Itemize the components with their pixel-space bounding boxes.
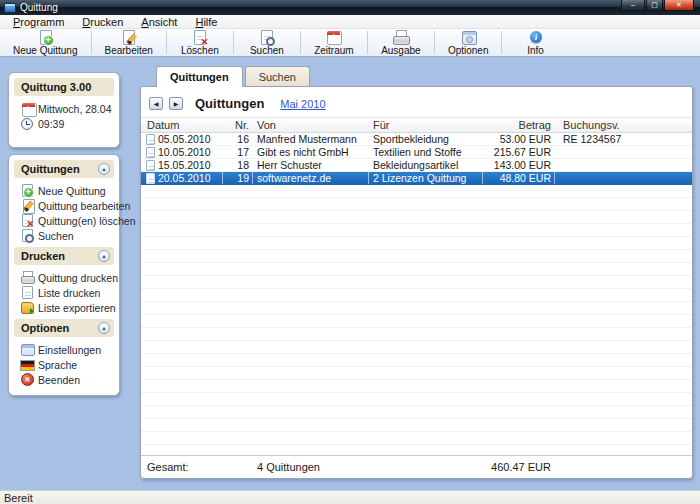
sidebar-item-label: Quittung drucken [38, 272, 118, 284]
column-header-datum[interactable]: Datum [141, 119, 223, 131]
menu-hilfe[interactable]: Hilfe [186, 16, 226, 28]
column-header-betrag[interactable]: Betrag [483, 119, 555, 131]
toolbar-search-button[interactable]: Suchen [234, 29, 300, 56]
sidebar-item-label: Quittung(en) löschen [38, 215, 135, 227]
app-receipt-icon [4, 3, 16, 13]
calendar-icon [325, 30, 342, 45]
toolbar-edit-button[interactable]: Bearbeiten [92, 29, 166, 56]
toolbar-label: Ausgabe [381, 45, 420, 56]
footer-count: 4 Quittungen [253, 461, 369, 473]
cell-datum: 20.05.2010 [158, 172, 211, 184]
sidebar-item-beenden[interactable]: Beenden [14, 372, 114, 387]
cell-nr: 17 [223, 146, 253, 158]
status-text: Bereit [4, 492, 33, 504]
page-title: Quittungen [195, 96, 264, 111]
document-search-icon [20, 229, 34, 242]
sidebar-item-quittungen-loeschen[interactable]: Quittung(en) löschen [14, 213, 114, 228]
close-button[interactable]: ✕ [664, 0, 694, 11]
sidebar-info-panel: Quittung 3.00 Mittwoch, 28.04 09:39 [8, 72, 120, 148]
toolbar-period-button[interactable]: Zeitraum [301, 29, 367, 56]
tab-suchen[interactable]: Suchen [245, 66, 310, 86]
toolbar-new-receipt-button[interactable]: Neue Quittung [0, 29, 91, 56]
next-month-button[interactable]: ▶ [169, 97, 183, 110]
collapse-arrow-icon[interactable]: ▲ [98, 163, 110, 175]
cell-datum: 15.05.2010 [158, 159, 211, 171]
cell-von: Gibt es nicht GmbH [253, 146, 369, 158]
cell-fuer: Sportbekleidung [369, 133, 483, 145]
sidebar-item-sprache[interactable]: Sprache [14, 357, 114, 372]
menu-ansicht[interactable]: Ansicht [132, 16, 186, 28]
sidebar-item-neue-quittung[interactable]: Neue Quittung [14, 183, 114, 198]
cell-datum: 05.05.2010 [158, 133, 211, 145]
sidebar-item-quittung-bearbeiten[interactable]: Quittung bearbeiten [14, 198, 114, 213]
toolbar-label: Bearbeiten [105, 45, 153, 56]
previous-month-button[interactable]: ◀ [149, 97, 163, 110]
collapse-arrow-icon[interactable]: ▲ [98, 322, 110, 334]
period-link[interactable]: Mai 2010 [280, 98, 325, 110]
tab-quittungen[interactable]: Quittungen [156, 66, 243, 87]
toolbar-delete-button[interactable]: Löschen [167, 29, 233, 56]
cell-nr: 18 [223, 159, 253, 171]
maximize-button[interactable]: ▢ [646, 0, 663, 11]
cell-fuer: Textilien und Stoffe [369, 146, 483, 158]
calendar-icon [20, 102, 34, 115]
cell-betrag: 53.00 EUR [483, 133, 555, 145]
cell-datum: 10.05.2010 [158, 146, 211, 158]
toolbar-label: Optionen [448, 45, 489, 56]
sidebar-item-liste-drucken[interactable]: Liste drucken [14, 285, 114, 300]
table-footer: Gesamt: 4 Quittungen 460.47 EUR [141, 456, 692, 478]
panel-header: ◀ ▶ Quittungen Mai 2010 [141, 87, 692, 117]
printer-icon [20, 271, 34, 284]
window-controls: – ▢ ✕ [620, 0, 694, 11]
info-icon [527, 30, 544, 45]
menu-drucken[interactable]: Drucken [73, 16, 132, 28]
footer-total-amount: 460.47 EUR [483, 461, 555, 473]
column-header-von[interactable]: Von [253, 119, 369, 131]
toolbar-label: Zeitraum [314, 45, 353, 56]
options-window-icon [460, 30, 477, 45]
statusbar: Bereit [0, 490, 700, 504]
sidebar-item-liste-exportieren[interactable]: Liste exportieren [14, 300, 114, 315]
settings-icon [20, 343, 34, 356]
column-header-nr[interactable]: Nr. [223, 119, 253, 131]
content-area: Quittung 3.00 Mittwoch, 28.04 09:39 Quit… [0, 57, 700, 490]
table-row[interactable]: 15.05.2010 18 Herr Schuster Bekleidungsa… [141, 159, 692, 172]
table-row[interactable]: 10.05.2010 17 Gibt es nicht GmbH Textili… [141, 146, 692, 159]
minimize-button[interactable]: – [621, 0, 645, 11]
clock-icon [20, 117, 34, 130]
edit-pencil-icon [20, 199, 34, 212]
menu-programm[interactable]: Programm [4, 16, 73, 28]
sidebar-item-label: Liste exportieren [38, 302, 116, 314]
toolbar-output-button[interactable]: Ausgabe [368, 29, 434, 56]
column-header-fuer[interactable]: Für [369, 119, 483, 131]
sidebar-item-suchen[interactable]: Suchen [14, 228, 114, 243]
table-row-selected[interactable]: 20.05.2010 19 softwarenetz.de 2 Lizenzen… [141, 172, 692, 185]
edit-pencil-icon [120, 30, 137, 45]
current-time: 09:39 [14, 116, 114, 131]
window-title: Quittung [20, 2, 58, 13]
toolbar-options-button[interactable]: Optionen [435, 29, 502, 56]
sidebar-item-einstellungen[interactable]: Einstellungen [14, 342, 114, 357]
column-header-buchungsv[interactable]: Buchungsv. [555, 119, 692, 131]
sidebar-item-label: Beenden [38, 374, 80, 386]
section-title: Optionen [21, 322, 69, 334]
document-new-icon [37, 30, 54, 45]
collapse-arrow-icon[interactable]: ▲ [98, 250, 110, 262]
cell-fuer: 2 Lizenzen Quittung [369, 172, 483, 184]
receipt-doc-icon [146, 134, 155, 145]
cell-betrag: 48.80 EUR [483, 172, 555, 184]
document-search-icon [258, 30, 275, 45]
sidebar-item-quittung-drucken[interactable]: Quittung drucken [14, 270, 114, 285]
toolbar: Neue Quittung Bearbeiten Löschen Suchen … [0, 29, 700, 57]
cell-betrag: 215.67 EUR [483, 146, 555, 158]
document-new-icon [20, 184, 34, 197]
cell-nr: 16 [223, 133, 253, 145]
toolbar-label: Info [527, 45, 544, 56]
german-flag-icon [20, 358, 34, 371]
sidebar-item-label: Liste drucken [38, 287, 100, 299]
toolbar-info-button[interactable]: Info [502, 29, 568, 56]
table-row[interactable]: 05.05.2010 16 Manfred Mustermann Sportbe… [141, 133, 692, 146]
document-delete-icon [191, 30, 208, 45]
cell-von: softwarenetz.de [253, 172, 369, 184]
document-delete-icon [20, 214, 34, 227]
